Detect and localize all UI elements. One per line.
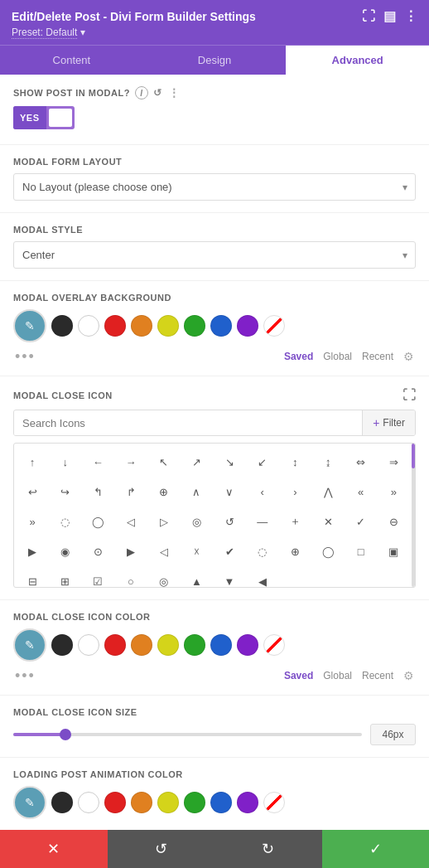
color-gear-icon[interactable]: ⚙ bbox=[403, 350, 414, 363]
icon-cell[interactable]: ⊞ bbox=[51, 566, 80, 588]
icon-cell[interactable]: ◀ bbox=[248, 566, 277, 588]
icon-cell[interactable]: ◌ bbox=[51, 507, 80, 536]
icon-size-slider-track[interactable] bbox=[13, 733, 362, 736]
color-global-btn[interactable]: Global bbox=[323, 670, 352, 681]
color-recent-btn[interactable]: Recent bbox=[362, 351, 393, 362]
icon-cell[interactable]: ◎ bbox=[149, 566, 179, 588]
icon-cell[interactable]: ↓ bbox=[51, 447, 80, 477]
icon-cell[interactable]: ⊙ bbox=[83, 536, 113, 566]
icon-cell[interactable]: ↩ bbox=[17, 477, 47, 507]
swatch-blue[interactable] bbox=[210, 792, 232, 813]
icon-cell[interactable]: ○ bbox=[116, 566, 146, 588]
swatch-none[interactable] bbox=[263, 792, 285, 813]
swatch-orange[interactable] bbox=[131, 634, 152, 656]
icon-cell[interactable]: ◎ bbox=[181, 507, 211, 536]
cancel-button[interactable]: ✕ bbox=[0, 830, 108, 868]
swatch-green[interactable] bbox=[184, 315, 205, 337]
tab-advanced[interactable]: Advanced bbox=[286, 46, 429, 75]
icon-cell[interactable]: ☑ bbox=[83, 566, 113, 588]
swatch-none[interactable] bbox=[263, 315, 285, 337]
icon-cell[interactable]: ▼ bbox=[214, 566, 244, 588]
icon-cell[interactable]: ◁ bbox=[149, 536, 179, 566]
icon-size-slider-thumb[interactable] bbox=[60, 729, 71, 740]
color-gear-icon[interactable]: ⚙ bbox=[403, 669, 414, 682]
swatch-yellow[interactable] bbox=[157, 315, 179, 337]
icon-cell[interactable]: ↱ bbox=[116, 477, 146, 507]
icon-cell[interactable]: ↖ bbox=[149, 447, 179, 477]
icon-cell[interactable]: — bbox=[248, 507, 277, 536]
undo-button[interactable]: ↺ bbox=[108, 830, 215, 868]
overlay-current-color[interactable]: ✎ bbox=[13, 309, 46, 342]
reset-icon[interactable]: ↺ bbox=[153, 87, 162, 99]
icon-cell[interactable]: ← bbox=[83, 447, 113, 477]
sidebar-icon[interactable]: ▤ bbox=[383, 8, 396, 24]
color-more-dots[interactable]: ••• bbox=[15, 349, 36, 364]
swatch-blue[interactable] bbox=[210, 315, 232, 337]
tab-content[interactable]: Content bbox=[0, 46, 143, 75]
modal-form-layout-select[interactable]: No Layout (please choose one) bbox=[13, 173, 416, 201]
close-icon-current-color[interactable]: ✎ bbox=[13, 628, 46, 662]
icon-size-value[interactable]: 46px bbox=[370, 724, 416, 745]
icon-cell[interactable]: ↙ bbox=[248, 447, 277, 477]
swatch-red[interactable] bbox=[104, 315, 126, 337]
swatch-yellow[interactable] bbox=[157, 634, 179, 656]
swatch-green[interactable] bbox=[184, 634, 205, 656]
swatch-white[interactable] bbox=[78, 634, 99, 656]
swatch-purple[interactable] bbox=[237, 315, 258, 337]
icon-cell[interactable]: ◯ bbox=[83, 507, 113, 536]
preset-selector[interactable]: Preset: Default ▾ bbox=[12, 27, 417, 38]
icon-cell[interactable]: ✔ bbox=[214, 536, 244, 566]
icon-cell[interactable]: ‹ bbox=[248, 477, 277, 507]
color-more-dots[interactable]: ••• bbox=[15, 668, 36, 683]
icon-cell[interactable]: □ bbox=[346, 536, 376, 566]
save-button[interactable]: ✓ bbox=[322, 830, 430, 868]
icon-cell[interactable]: ↗ bbox=[181, 447, 211, 477]
fullscreen-icon[interactable]: ⛶ bbox=[362, 9, 375, 24]
swatch-yellow[interactable] bbox=[157, 792, 179, 813]
more-options-icon[interactable]: ⋮ bbox=[404, 8, 417, 24]
modal-style-select[interactable]: Center Slide In Fade bbox=[13, 241, 416, 269]
icon-cell[interactable]: ▶ bbox=[116, 536, 146, 566]
swatch-red[interactable] bbox=[104, 792, 126, 813]
icon-cell[interactable]: ▣ bbox=[378, 536, 408, 566]
icon-cell[interactable]: ↨ bbox=[313, 447, 343, 477]
icon-cell[interactable]: ↰ bbox=[83, 477, 113, 507]
icon-cell[interactable]: ↕ bbox=[280, 447, 310, 477]
icon-cell[interactable]: ☓ bbox=[181, 536, 211, 566]
swatch-purple[interactable] bbox=[237, 634, 258, 656]
loading-current-color[interactable]: ✎ bbox=[13, 786, 46, 819]
icon-cell[interactable]: ⊖ bbox=[378, 507, 408, 536]
swatch-white[interactable] bbox=[78, 315, 99, 337]
more-options-icon[interactable]: ⋮ bbox=[168, 86, 181, 99]
icon-scrollbar[interactable] bbox=[412, 444, 415, 587]
swatch-blue[interactable] bbox=[210, 634, 232, 656]
icon-cell[interactable]: ◯ bbox=[313, 536, 343, 566]
icon-cell[interactable]: ＋ bbox=[280, 507, 310, 536]
icon-cell[interactable]: ↪ bbox=[51, 477, 80, 507]
icon-cell[interactable]: ⊕ bbox=[149, 477, 179, 507]
swatch-orange[interactable] bbox=[131, 315, 152, 337]
redo-button[interactable]: ↻ bbox=[214, 830, 322, 868]
swatch-red[interactable] bbox=[104, 634, 126, 656]
help-icon[interactable]: i bbox=[135, 86, 148, 99]
icon-cell[interactable]: ⋀ bbox=[313, 477, 343, 507]
icon-cell[interactable]: ⇒ bbox=[378, 447, 408, 477]
icon-cell[interactable]: ✕ bbox=[313, 507, 343, 536]
icon-search-input[interactable] bbox=[14, 411, 362, 435]
close-icon-expand[interactable]: ⛶ bbox=[402, 388, 417, 403]
icon-cell[interactable]: ↺ bbox=[214, 507, 244, 536]
tab-design[interactable]: Design bbox=[143, 46, 287, 75]
swatch-black[interactable] bbox=[51, 792, 73, 813]
icon-cell[interactable]: ◁ bbox=[116, 507, 146, 536]
icon-cell[interactable]: ◌ bbox=[248, 536, 277, 566]
swatch-black[interactable] bbox=[51, 315, 73, 337]
show-post-toggle[interactable]: YES bbox=[13, 106, 75, 129]
icon-cell[interactable]: ⊕ bbox=[280, 536, 310, 566]
icon-cell[interactable]: ∨ bbox=[214, 477, 244, 507]
icon-cell[interactable]: ▶ bbox=[17, 536, 47, 566]
color-recent-btn[interactable]: Recent bbox=[362, 670, 393, 681]
icon-cell[interactable]: ↘ bbox=[214, 447, 244, 477]
icon-cell[interactable]: » bbox=[17, 507, 47, 536]
icon-filter-button[interactable]: + Filter bbox=[362, 410, 415, 435]
icon-cell[interactable]: ✓ bbox=[346, 507, 376, 536]
